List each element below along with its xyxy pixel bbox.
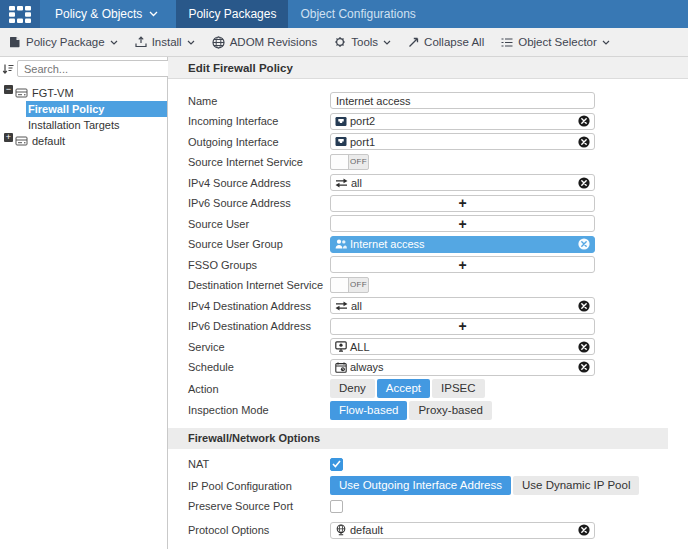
install-menu[interactable]: Install: [135, 36, 195, 48]
remove-icon[interactable]: [578, 177, 590, 189]
remove-icon[interactable]: [578, 136, 590, 148]
tree-item-default[interactable]: + default: [0, 133, 167, 149]
schedule-icon: [335, 362, 347, 373]
field-label: Source User: [188, 218, 330, 230]
sort-button[interactable]: [2, 61, 14, 77]
field-ip-pool-configuration: IP Pool Configuration Use Outgoing Inter…: [188, 476, 668, 495]
action-segmented-control: Deny Accept IPSEC: [330, 379, 485, 398]
check-icon: [332, 460, 341, 468]
incoming-interface-entry[interactable]: port2: [330, 113, 595, 130]
top-navbar: Policy & Objects Policy Packages Object …: [0, 0, 688, 28]
inspection-proxy-based-button[interactable]: Proxy-based: [409, 401, 492, 420]
toggle-knob: [331, 278, 349, 292]
tab-label: Policy Packages: [188, 7, 276, 21]
toolbar: Policy Package Install ADOM Revisions To…: [0, 28, 688, 57]
source-internet-service-toggle[interactable]: OFF: [330, 154, 369, 170]
field-label: IPv4 Source Address: [188, 177, 330, 189]
remove-icon[interactable]: [578, 524, 590, 536]
policy-package-menu[interactable]: Policy Package: [9, 36, 118, 48]
preserve-source-port-checkbox[interactable]: [330, 500, 343, 513]
action-ipsec-button[interactable]: IPSEC: [432, 379, 485, 398]
panel-title: Edit Firewall Policy: [168, 57, 688, 79]
ipv4-source-address-entry[interactable]: all: [330, 174, 595, 191]
field-label: Service: [188, 341, 330, 353]
name-input[interactable]: [330, 92, 595, 109]
field-ipv4-source-address: IPv4 Source Address all: [188, 174, 668, 191]
install-icon: [135, 36, 147, 48]
toggle-knob: [331, 155, 349, 169]
entry-label: port1: [350, 136, 375, 148]
ipv6-destination-address-add-button[interactable]: +: [330, 318, 595, 335]
inspection-mode-segmented-control: Flow-based Proxy-based: [330, 401, 492, 420]
tools-menu[interactable]: Tools: [334, 36, 391, 48]
list-icon: [501, 37, 513, 48]
tab-object-configurations[interactable]: Object Configurations: [288, 0, 427, 28]
inspection-flow-based-button[interactable]: Flow-based: [330, 401, 407, 420]
service-icon: [335, 341, 347, 352]
action-deny-button[interactable]: Deny: [330, 379, 375, 398]
service-entry[interactable]: ALL: [330, 338, 595, 355]
section-header-firewall-network-options: Firewall/Network Options: [168, 428, 668, 449]
tree-item-label: default: [32, 135, 65, 147]
ip-pool-segmented-control: Use Outgoing Interface Address Use Dynam…: [330, 476, 639, 495]
remove-icon[interactable]: [578, 300, 590, 312]
field-source-user-group: Source User Group Internet access: [188, 236, 668, 253]
field-ipv4-destination-address: IPv4 Destination Address all: [188, 297, 668, 314]
collapse-icon: [408, 37, 419, 48]
remove-icon[interactable]: [578, 238, 590, 250]
nat-checkbox[interactable]: [330, 458, 343, 471]
field-source-internet-service: Source Internet Service OFF: [188, 154, 668, 171]
tree-item-installation-targets[interactable]: Installation Targets: [0, 117, 167, 133]
field-ipv6-destination-address: IPv6 Destination Address +: [188, 318, 668, 335]
field-label: IP Pool Configuration: [188, 480, 330, 492]
field-schedule: Schedule always: [188, 359, 668, 376]
field-label: Source Internet Service: [188, 156, 330, 168]
field-outgoing-interface: Outgoing Interface port1: [188, 133, 668, 150]
field-preserve-source-port: Preserve Source Port: [188, 498, 668, 515]
source-user-group-entry[interactable]: Internet access: [330, 236, 595, 253]
source-user-add-button[interactable]: +: [330, 215, 595, 232]
remove-icon[interactable]: [578, 341, 590, 353]
schedule-entry[interactable]: always: [330, 359, 595, 376]
outgoing-interface-entry[interactable]: port1: [330, 133, 595, 150]
field-label: Action: [188, 383, 330, 395]
action-accept-button[interactable]: Accept: [377, 379, 430, 398]
object-selector-menu[interactable]: Object Selector: [501, 36, 610, 48]
ipv4-destination-address-entry[interactable]: all: [330, 297, 595, 314]
app-logo[interactable]: [0, 0, 40, 28]
tree-item-firewall-policy[interactable]: Firewall Policy: [0, 101, 167, 117]
field-label: FSSO Groups: [188, 259, 330, 271]
ipv6-source-address-add-button[interactable]: +: [330, 195, 595, 212]
field-inspection-mode: Inspection Mode Flow-based Proxy-based: [188, 401, 668, 420]
field-destination-internet-service: Destination Internet Service OFF: [188, 277, 668, 294]
entry-label: ALL: [350, 341, 370, 353]
toolbar-label: Tools: [351, 36, 378, 48]
field-nat: NAT: [188, 456, 668, 473]
destination-internet-service-toggle[interactable]: OFF: [330, 277, 369, 293]
field-label: Inspection Mode: [188, 404, 330, 416]
use-dynamic-ip-pool-button[interactable]: Use Dynamic IP Pool: [513, 476, 639, 495]
interface-icon: [335, 116, 347, 127]
module-title: Policy & Objects: [55, 7, 142, 21]
sidebar-search-row: [0, 57, 167, 80]
field-label: Source User Group: [188, 238, 330, 250]
remove-icon[interactable]: [578, 115, 590, 127]
edit-policy-panel: Edit Firewall Policy Name Incoming Inter…: [168, 57, 688, 549]
expand-node-icon[interactable]: +: [4, 133, 13, 142]
module-switcher[interactable]: Policy & Objects: [40, 0, 176, 28]
protocol-options-entry[interactable]: default: [330, 522, 595, 539]
fsso-groups-add-button[interactable]: +: [330, 256, 595, 273]
interface-icon: [335, 136, 347, 147]
user-group-icon: [335, 239, 347, 249]
collapse-all-button[interactable]: Collapse All: [408, 36, 484, 48]
remove-icon[interactable]: [578, 361, 590, 373]
adom-revisions-button[interactable]: ADOM Revisions: [212, 36, 318, 49]
search-input[interactable]: [22, 62, 168, 76]
tree-item-fgt-vm[interactable]: − FGT-VM: [0, 85, 167, 101]
toolbar-label: Object Selector: [518, 36, 597, 48]
tab-policy-packages[interactable]: Policy Packages: [176, 0, 288, 28]
field-label: IPv6 Source Address: [188, 197, 330, 209]
search-box: [17, 60, 184, 77]
collapse-node-icon[interactable]: −: [4, 85, 13, 94]
use-outgoing-interface-address-button[interactable]: Use Outgoing Interface Address: [330, 476, 511, 495]
